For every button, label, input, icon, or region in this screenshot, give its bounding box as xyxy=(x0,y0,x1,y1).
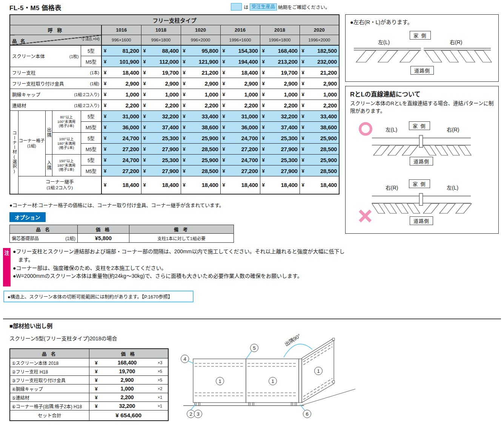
row-label-bracket: フリー支柱取り付け金具(1組) xyxy=(10,78,101,89)
size-value: 1996×2000 xyxy=(300,35,339,45)
price-cell: ¥18,400 xyxy=(181,176,220,194)
caution-note-item: ●コーナー部は、強度確保のため、支柱を2本施工してください。 xyxy=(13,264,345,273)
price-cell: ¥24,700 xyxy=(101,155,141,165)
price-cell: ¥27,200 xyxy=(101,165,141,176)
option-table: 品 名 価 格 備 考 偏芯基礎部品(1組) ¥5,800 支柱1本に対して1組… xyxy=(9,225,234,243)
price-cell: ¥37,400 xyxy=(260,122,300,133)
price-cell: ¥25,300 xyxy=(260,133,300,144)
price-cell: ¥38,600 xyxy=(300,122,339,133)
price-cell: ¥81,200 xyxy=(101,45,141,56)
price-cell: ¥19,700 xyxy=(141,67,181,78)
price-cell: ¥2,200 xyxy=(300,100,339,111)
price-cell: ¥36,000 xyxy=(101,122,141,133)
legend-swatch xyxy=(231,3,242,11)
price-cell: ¥182,500 xyxy=(300,45,339,56)
caution-badge: 注 xyxy=(3,248,11,286)
cutting-limit-info-box: ●構造上、スクリーン本体の切断可能範囲には制約があります。【P.1670参照】 xyxy=(3,291,194,302)
road-side-tag: 道路側 xyxy=(410,157,433,165)
house-side-tag: 家 側 xyxy=(409,121,430,130)
price-cell: ¥2,900 xyxy=(260,78,300,89)
price-cell: ¥18,400 xyxy=(220,176,260,194)
price-cell: ¥2,200 xyxy=(141,100,181,111)
option-item-name: 偏芯基礎部品(1組) xyxy=(10,234,78,243)
price-cell: ¥33,400 xyxy=(181,111,220,122)
row-label-screen-body: スクリーン本体(1枚) xyxy=(10,45,81,67)
panel-mark: 1 xyxy=(314,367,323,375)
price-cell: ¥32,200 xyxy=(141,111,181,122)
parts-item-price: ¥19,700×5 xyxy=(89,367,168,376)
parts-item-name: ②フリー支柱 H18 xyxy=(10,367,89,376)
house-side-tag: 家 側 xyxy=(409,179,430,188)
item-header: 品 名 xyxy=(12,37,26,44)
price-cell: ¥27,900 xyxy=(260,144,300,155)
catalog-page: { "page": { "title": "FL-5・M5 価格表", "leg… xyxy=(0,0,504,435)
price-cell: ¥38,600 xyxy=(181,122,220,133)
price-cell: ¥101,900 xyxy=(101,56,141,67)
price-cell: ¥194,400 xyxy=(220,56,260,67)
road-side-tag: 道路側 xyxy=(410,66,434,75)
price-cell: ¥25,900 xyxy=(300,133,339,144)
page-title: FL-5・M5 価格表 xyxy=(9,3,61,12)
price-cell: ¥27,900 xyxy=(141,144,181,155)
code-header: 2020 xyxy=(300,25,339,35)
price-cell: ¥31,000 xyxy=(101,111,141,122)
price-cell: ¥25,900 xyxy=(181,155,220,165)
name-header: 呼 称 xyxy=(10,25,101,35)
price-cell: ¥2,200 xyxy=(101,100,141,111)
price-cell: ¥2,900 xyxy=(300,78,339,89)
parts-item-price: ¥2,900×5 xyxy=(89,376,168,384)
ng-left-label: 右(R) xyxy=(386,184,398,191)
parts-item-price: ¥168,400×3 xyxy=(89,358,168,367)
parts-example-subheading: スクリーン5型(フリー支柱タイプ)2018の場合 xyxy=(9,334,117,342)
price-cell: ¥112,000 xyxy=(141,56,181,67)
type-m5-label: M5型 xyxy=(81,56,101,67)
price-cell: ¥18,400 xyxy=(260,176,300,194)
price-cell: ¥32,200 xyxy=(260,111,300,122)
angle-range-label: 80°以上 100°未満用 (格子2本) xyxy=(52,111,81,133)
price-cell: ¥31,000 xyxy=(220,111,260,122)
assembly-diagram: 出隅90° 1 1 1 4 5 2 3 6 xyxy=(172,328,361,435)
price-cell: ¥36,000 xyxy=(220,122,260,133)
left-right-panel: ●左右(R・L)があります。 家 側 左(L) 右(R) 道路側 xyxy=(345,14,499,82)
main-price-table: フリー支柱タイプ 呼 称 1016 1018 1020 2016 2018 20… xyxy=(9,14,340,195)
parts-item-price: ¥1,000×2 xyxy=(89,384,168,393)
parts-price-header: 価 格 xyxy=(89,349,168,358)
parts-total-price: ¥ 654,600 xyxy=(89,410,168,421)
price-cell: ¥2,900 xyxy=(220,78,260,89)
price-cell: ¥27,900 xyxy=(260,165,300,176)
parts-item-price: ¥32,200×1 xyxy=(89,402,168,410)
parts-total-label: セット合計 xyxy=(10,410,89,421)
type-5-label: 5型 xyxy=(81,45,101,56)
parts-example-heading: ■部材拾い出し例 xyxy=(9,322,52,329)
price-cell: ¥18,400 xyxy=(300,176,339,194)
price-cell: ¥1,000 xyxy=(141,89,181,100)
price-cell: ¥21,200 xyxy=(181,67,220,78)
price-cell: ¥1,000 xyxy=(300,89,339,100)
size-value: 996×1600 xyxy=(101,35,141,45)
parts-item-price: ¥2,200×1 xyxy=(89,393,168,402)
price-cell: ¥154,300 xyxy=(220,45,260,56)
price-cell: ¥21,200 xyxy=(300,67,339,78)
code-header: 1016 xyxy=(101,25,141,35)
price-cell: ¥37,400 xyxy=(141,122,181,133)
right-r-label: 右(R) xyxy=(450,38,462,46)
price-cell: ¥2,200 xyxy=(181,100,220,111)
panel-mark: 1 xyxy=(269,377,277,385)
outside-corner-label: 出隅 xyxy=(45,111,52,155)
callout-3: 3 xyxy=(194,410,202,418)
angle-range-label: 100°以上 180°未満用 (格子1本) xyxy=(52,133,81,155)
house-side-tag: 家 側 xyxy=(410,31,431,40)
option-name-header: 品 名 xyxy=(10,225,78,234)
price-cell: ¥27,200 xyxy=(101,144,141,155)
corner-lattice-label: コーナー格子(1組) xyxy=(18,111,45,176)
price-cell: ¥25,900 xyxy=(300,155,339,165)
price-cell: ¥27,200 xyxy=(220,144,260,155)
price-cell: ¥88,400 xyxy=(141,45,181,56)
price-cell: ¥18,400 xyxy=(220,67,260,78)
price-cell: ¥28,500 xyxy=(300,144,339,155)
size-value: 996×1800 xyxy=(141,35,181,45)
ng-right-label: 左(L) xyxy=(447,184,458,191)
price-cell: ¥27,900 xyxy=(141,165,181,176)
type-m5-label: M5型 xyxy=(81,122,101,133)
code-header: 2018 xyxy=(260,25,300,35)
